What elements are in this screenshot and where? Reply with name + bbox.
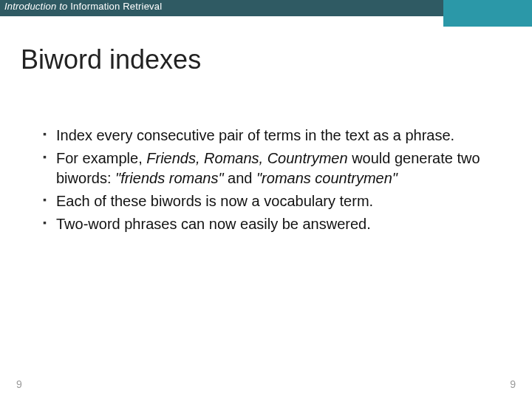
bullet-text-italic: Friends, Romans, Countrymen <box>146 150 347 166</box>
bullet-text: Index every consecutive pair of terms in… <box>56 127 454 143</box>
bullet-text: For example, <box>56 150 146 166</box>
bullet-item: For example, Friends, Romans, Countrymen… <box>43 149 495 188</box>
bullet-text-italic: "friends romans" <box>115 170 223 186</box>
bullet-text: and <box>224 170 256 186</box>
bullet-text-italic: "romans countrymen" <box>256 170 398 186</box>
bullet-item: Each of these biwords is now a vocabular… <box>43 191 495 211</box>
slide: Introduction to Information Retrieval Bi… <box>0 0 532 399</box>
header-chapter: Information Retrieval <box>70 1 162 12</box>
footer-page-right: 9 <box>510 378 516 390</box>
footer-page-left: 9 <box>16 378 22 390</box>
body-text: Index every consecutive pair of terms in… <box>43 126 495 237</box>
bullet-item: Two-word phrases can now easily be answe… <box>43 214 495 234</box>
page-title: Biword indexes <box>21 44 201 75</box>
header-title: Introduction to Information Retrieval <box>4 1 162 12</box>
bullet-text: Two-word phrases can now easily be answe… <box>56 216 371 232</box>
header-prefix: Introduction to <box>4 1 70 12</box>
header-accent <box>443 0 532 27</box>
bullet-text: Each of these biwords is now a vocabular… <box>56 193 373 209</box>
bullet-item: Index every consecutive pair of terms in… <box>43 126 495 146</box>
